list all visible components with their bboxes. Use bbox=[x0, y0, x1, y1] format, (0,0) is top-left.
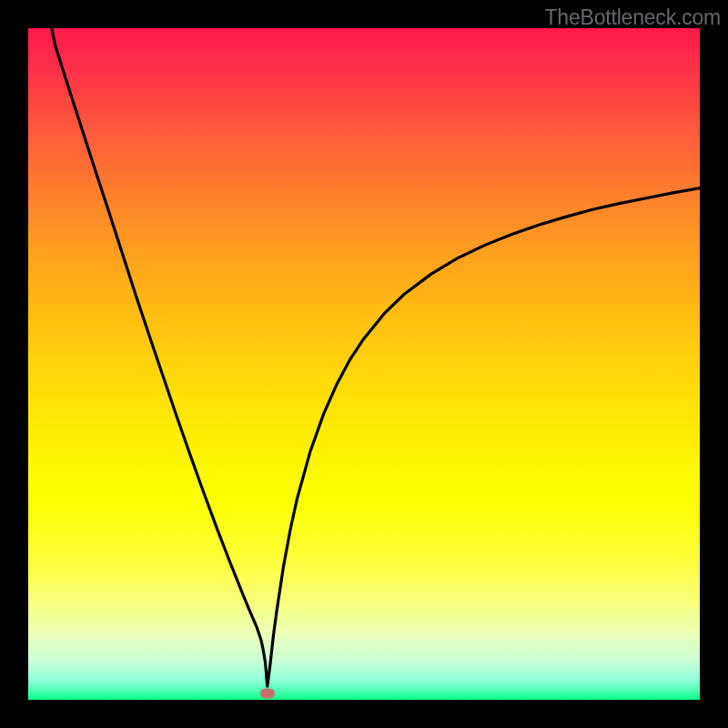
chart-plot-area bbox=[28, 28, 700, 700]
optimal-marker bbox=[260, 688, 275, 698]
watermark-text: TheBottleneck.com bbox=[545, 5, 721, 30]
bottleneck-curve bbox=[28, 28, 700, 700]
